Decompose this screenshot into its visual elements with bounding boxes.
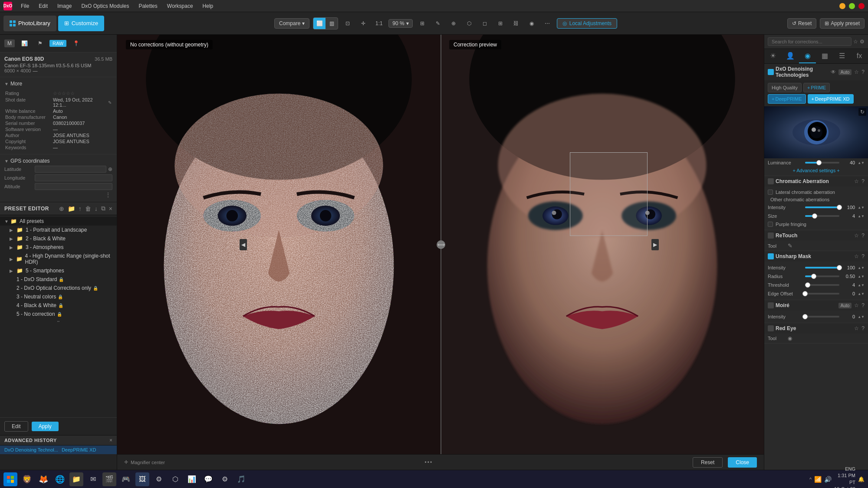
split-horizontal-icon[interactable]: ⬜ [313,18,326,29]
folder-1[interactable]: ▶ 📁 1 - Portrait and Landscape [0,226,117,234]
reset-button[interactable]: ↺ Reset [787,18,816,29]
redeye-star-icon[interactable]: ☆ [854,325,859,331]
image-right[interactable] [441,35,764,454]
more-section-header[interactable]: ▼ More [4,80,112,88]
preset-close-icon[interactable]: × [109,205,112,212]
longitude-input[interactable] [35,174,112,181]
gps-header[interactable]: ▼ GPS coordinates [4,157,112,165]
one-to-one-icon[interactable]: 1:1 [373,17,385,29]
chromatic-star-icon[interactable]: ☆ [854,178,859,184]
unsharp-intensity-arrows[interactable]: ▲▼ [858,266,865,270]
split-divider[interactable]: ⟺ [441,35,441,454]
moire-header[interactable]: Moiré Auto ☆ ? [764,300,868,311]
moire-toggle[interactable] [768,302,774,308]
maximize-button[interactable] [849,3,855,9]
moire-auto-badge[interactable]: Auto [838,303,852,308]
straighten-icon[interactable]: ✛ [357,17,369,29]
retouch-toggle[interactable] [768,233,774,239]
taskbar-chrome-icon[interactable]: 🌐 [53,472,67,486]
moire-intensity-thumb[interactable] [802,314,808,319]
taskbar-photo-icon[interactable]: 🖼 [135,472,149,486]
link-icon[interactable]: ⛓ [510,17,522,29]
volume-icon[interactable]: 🔊 [824,476,832,483]
menu-dxo-optics[interactable]: DxO Optics Modules [79,2,131,10]
taskbar-gamepad-icon[interactable]: 🎮 [119,472,133,486]
unsharp-edge-slider[interactable] [805,293,839,295]
network-icon[interactable]: 📶 [814,476,822,483]
tab-color[interactable]: 👤 [782,49,799,63]
minimize-button[interactable] [839,3,845,9]
split-vertical-icon[interactable]: ▥ [326,18,338,29]
unsharp-threshold-slider[interactable] [805,284,839,286]
unsharp-toggle[interactable] [768,253,774,259]
chrom-size-arrows[interactable]: ▲▼ [858,214,865,218]
tab-watermark[interactable]: ☰ [833,49,851,63]
unsharp-help-icon[interactable]: ? [861,253,865,259]
menu-workspace[interactable]: Workspace [165,2,195,10]
collapse-icon[interactable]: — [33,68,37,73]
retouch-star-icon[interactable]: ☆ [854,233,859,239]
corrections-search-input[interactable] [768,37,852,46]
edit-button[interactable]: Edit [4,421,28,432]
transform-icon[interactable]: ⊞ [416,17,428,29]
prime-button[interactable]: + PRIME [803,83,830,92]
compare-button[interactable]: Compare ▾ [274,18,309,29]
erase-icon[interactable]: ◻ [479,17,491,29]
apply-button[interactable]: Apply [32,422,59,431]
retouch-pencil-icon[interactable]: ✎ [788,242,792,249]
taskbar-steam-icon[interactable]: ⚙ [152,472,166,486]
canvas-close-button[interactable]: Close [728,457,757,468]
unsharp-star-icon[interactable]: ☆ [854,253,859,259]
histogram-icon[interactable]: 📊 [18,37,30,49]
advanced-settings-link[interactable]: + Advanced settings + [764,167,868,176]
pen-tool-icon[interactable]: ✎ [432,17,444,29]
redeye-eye-icon[interactable]: ◉ [788,335,792,341]
chromatic-help-icon[interactable]: ? [861,178,865,184]
moire-intensity-slider[interactable] [805,316,839,318]
crop-icon[interactable]: ⊡ [342,17,354,29]
preset-import-icon[interactable]: ↓ [95,205,98,212]
chrom-intensity-slider[interactable] [805,206,839,208]
chromatic-header[interactable]: Chromatic Aberration ☆ ? [764,176,868,187]
tab-detail[interactable]: ◉ [799,49,816,63]
chrom-size-slider[interactable] [805,215,839,217]
folder-5[interactable]: ▶ 📁 5 - Smartphones [0,266,117,275]
flag-icon[interactable]: ⚑ [34,37,46,49]
folder-3[interactable]: ▶ 📁 3 - Atmospheres [0,243,117,252]
star-rating[interactable]: ☆☆☆☆☆ [53,91,75,96]
preset-1[interactable]: 1 - DxO Standard 🔒 [0,275,117,284]
preset-copy-icon[interactable]: ⧉ [101,205,105,212]
denoising-auto-badge[interactable]: Auto [838,69,852,75]
tray-chevron-icon[interactable]: ^ [809,477,812,482]
grid-overlay-icon[interactable]: ⊞ [494,17,506,29]
taskbar-brave-icon[interactable]: 🦁 [20,472,34,486]
preset-delete-icon[interactable]: 🗑 [85,205,91,212]
adv-history-close-icon[interactable]: × [109,437,112,443]
deepprime-button[interactable]: + DeepPRIME [768,94,806,104]
chrom-intensity-arrows[interactable]: ▲▼ [858,206,865,210]
history-item-1[interactable]: DxO Denoising Technol... DeepPRIME XD [0,445,117,454]
unsharp-radius-slider[interactable] [805,275,839,277]
unsharp-radius-thumb[interactable] [811,274,816,279]
redeye-header[interactable]: Red Eye ☆ ? [764,323,868,334]
luminance-slider[interactable] [805,162,839,164]
moire-intensity-arrows[interactable]: ▲▼ [858,315,865,319]
local-adjustments-button[interactable]: ◎ Local Adjustments [557,18,617,29]
polygon-icon[interactable]: ⬡ [463,17,475,29]
luminance-arrows[interactable]: ▲▼ [858,161,865,165]
denoising-help-icon[interactable]: ? [861,69,865,75]
unsharp-intensity-slider[interactable] [805,267,839,269]
canvas-reset-button[interactable]: Reset [693,457,723,468]
preset-4[interactable]: 4 - Black & White 🔒 [0,301,117,310]
menu-edit[interactable]: Edit [37,2,49,10]
gps-more-icon[interactable]: ⋮ [4,191,112,199]
unsharp-edge-arrows[interactable]: ▲▼ [858,292,865,296]
unsharp-header[interactable]: Unsharp Mask ☆ ? [764,251,868,262]
preset-folder-icon[interactable]: 📁 [68,205,75,212]
unsharp-threshold-thumb[interactable] [805,282,810,288]
denoising-header[interactable]: DxO Denoising Technologies 👁 Auto ☆ ? [764,64,868,80]
preset-5[interactable]: 5 - No correction 🔒 [0,310,117,318]
retouch-header[interactable]: ReTouch ☆ ? [764,230,868,241]
taskbar-firefox-icon[interactable]: 🦊 [36,472,50,486]
more-tools-icon[interactable]: ⋯ [541,17,553,29]
